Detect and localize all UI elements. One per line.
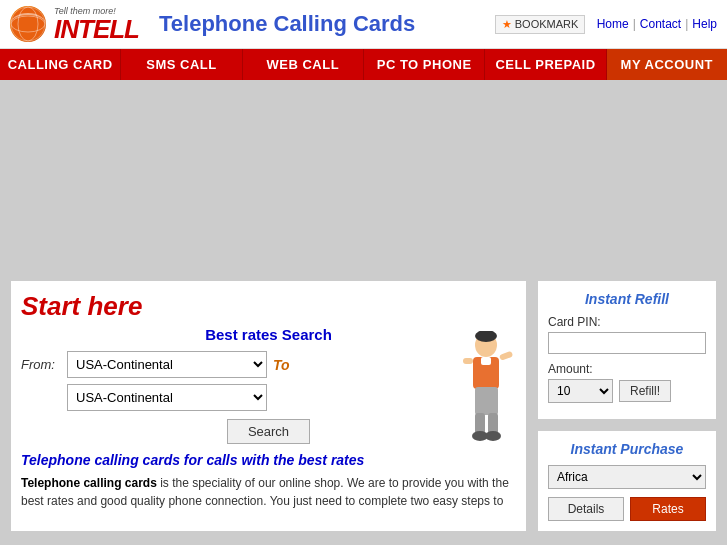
pipe-1: |	[633, 17, 636, 31]
instant-refill-widget: Instant Refill Card PIN: Amount: 10 20 5…	[537, 280, 717, 420]
banner-area	[0, 80, 727, 270]
logo-name: INTELL	[54, 16, 139, 42]
main-content: Start here Best rates Search	[0, 270, 727, 542]
card-pin-input[interactable]	[548, 332, 706, 354]
from-row: From: USA-Continental To	[21, 351, 516, 378]
nav-web-call[interactable]: Web Call	[243, 49, 364, 80]
card-pin-label: Card PIN:	[548, 315, 706, 329]
from-country-select[interactable]: USA-Continental	[67, 351, 267, 378]
logo-text-block: Tell them more! INTELL	[54, 6, 139, 42]
instant-refill-title: Instant Refill	[548, 291, 706, 307]
from-label: From:	[21, 357, 61, 372]
right-panel: Instant Refill Card PIN: Amount: 10 20 5…	[537, 280, 717, 532]
result-desc-bold: Telephone calling cards	[21, 476, 157, 490]
help-link[interactable]: Help	[692, 17, 717, 31]
svg-point-2	[11, 16, 45, 32]
start-here-heading: Start here	[21, 291, 516, 322]
to-country-select[interactable]: USA-Continental	[67, 384, 267, 411]
search-button[interactable]: Search	[227, 419, 310, 444]
bookmark-star: ★	[502, 18, 512, 31]
bookmark-label: BOOKMARK	[515, 18, 579, 30]
nav-pc-to-phone[interactable]: PC to Phone	[364, 49, 485, 80]
purchase-buttons-row: Details Rates	[548, 497, 706, 521]
site-title: Telephone Calling Cards	[159, 11, 495, 37]
region-select[interactable]: Africa Asia Europe Americas	[548, 465, 706, 489]
home-link[interactable]: Home	[597, 17, 629, 31]
nav-my-account[interactable]: MY ACCOUNT	[607, 49, 727, 80]
contact-link[interactable]: Contact	[640, 17, 681, 31]
nav-sms-call[interactable]: SMS Call	[121, 49, 242, 80]
header: Tell them more! INTELL Telephone Calling…	[0, 0, 727, 49]
to-label: To	[273, 357, 290, 373]
amount-row: 10 20 50 100 Refill!	[548, 379, 706, 403]
rates-button[interactable]: Rates	[630, 497, 706, 521]
search-button-row: Search	[21, 419, 516, 444]
amount-label: Amount:	[548, 362, 706, 376]
details-button[interactable]: Details	[548, 497, 624, 521]
refill-button[interactable]: Refill!	[619, 380, 671, 402]
instant-purchase-widget: Instant Purchase Africa Asia Europe Amer…	[537, 430, 717, 532]
result-description: Telephone calling cards is the specialit…	[21, 474, 516, 510]
result-title: Telephone calling cards for calls with t…	[21, 452, 516, 468]
amount-select[interactable]: 10 20 50 100	[548, 379, 613, 403]
navbar: Calling Card SMS Call Web Call PC to Pho…	[0, 49, 727, 80]
logo-globe	[10, 6, 46, 42]
bookmark-button[interactable]: ★ BOOKMARK	[495, 15, 586, 34]
instant-purchase-title: Instant Purchase	[548, 441, 706, 457]
nav-cell-prepaid[interactable]: Cell Prepaid	[485, 49, 606, 80]
search-panel: Start here Best rates Search	[10, 280, 527, 532]
nav-calling-card[interactable]: Calling Card	[0, 49, 121, 80]
search-form: From: USA-Continental To USA-Continental…	[21, 351, 516, 444]
to-row: USA-Continental	[21, 384, 516, 411]
header-links: ★ BOOKMARK Home | Contact | Help	[495, 15, 717, 34]
pipe-2: |	[685, 17, 688, 31]
best-rates-label: Best rates Search	[21, 326, 516, 343]
logo-area: Tell them more! INTELL	[10, 6, 139, 42]
